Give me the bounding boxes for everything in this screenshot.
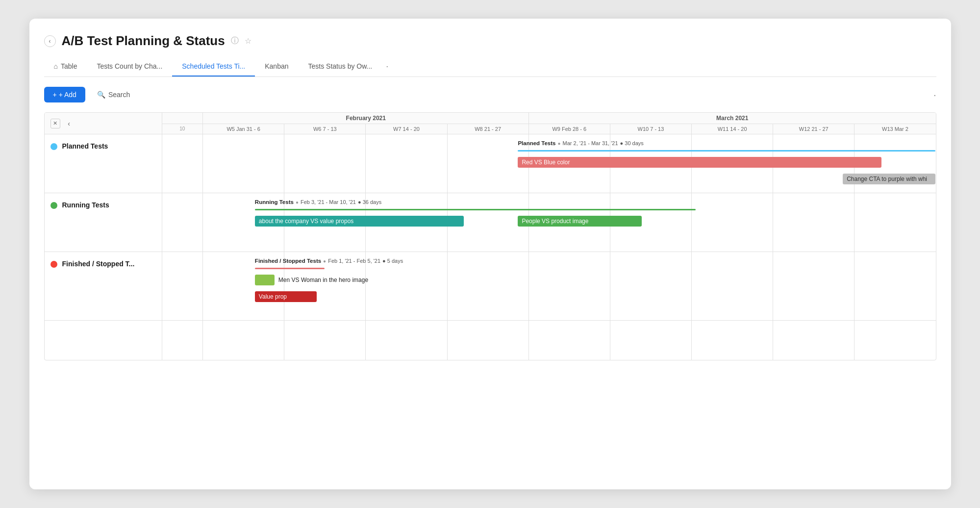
app-container: ‹ A/B Test Planning & Status ⓘ ☆ ⌂ Table…	[29, 19, 951, 489]
row-timeline-finished: Finished / Stopped Tests ● Feb 1, '21 - …	[162, 252, 936, 320]
tab-scheduled[interactable]: Scheduled Tests Ti...	[172, 56, 255, 76]
bar-area-running: Running Tests ● Feb 3, '21 - Mar 10, '21…	[162, 193, 936, 252]
chevron-left-button[interactable]: ‹	[64, 119, 74, 128]
bar-value-prop[interactable]: Value prop	[255, 291, 317, 302]
tab-tests-count[interactable]: Tests Count by Cha...	[87, 56, 172, 76]
tab-tests-status[interactable]: Tests Status by Ow...	[299, 56, 382, 76]
week-w6: W6 7 - 13	[284, 124, 366, 134]
page-title: A/B Test Planning & Status	[62, 33, 225, 49]
week-w5: W5 Jan 31 - 6	[203, 124, 284, 134]
week-w12: W12 21 - 27	[773, 124, 854, 134]
month-row: February 2021 March 2021	[162, 113, 936, 124]
week-pre: 10	[162, 124, 203, 134]
bar-line-running	[255, 209, 696, 210]
gantt-row-empty	[45, 321, 936, 360]
bar-change-cta[interactable]: Change CTA to purple with whi	[843, 174, 935, 184]
row-label-text-planned: Planned Tests	[62, 142, 108, 150]
bar-about-company[interactable]: about the company VS value propos	[255, 216, 464, 227]
row-timeline-running: Running Tests ● Feb 3, '21 - Mar 10, '21…	[162, 193, 936, 252]
week-w9: W9 Feb 28 - 6	[529, 124, 610, 134]
group-label-finished: Finished / Stopped Tests ● Feb 1, '21 - …	[255, 258, 403, 264]
plus-icon: +	[53, 91, 57, 99]
status-dot-finished	[50, 261, 57, 268]
week-w8: W8 21 - 27	[448, 124, 529, 134]
gantt-label-header: ✕ ‹	[45, 113, 162, 134]
row-label-finished: Finished / Stopped T...	[45, 252, 162, 320]
row-label-empty	[45, 321, 162, 360]
toolbar: + + Add 🔍 Search ·	[44, 87, 936, 102]
close-x-button[interactable]: ✕	[50, 119, 60, 128]
week-w13: W13 Mar 2	[854, 124, 935, 134]
bar-line-planned	[518, 150, 935, 152]
week-w11: W11 14 - 20	[692, 124, 773, 134]
month-mar: March 2021	[529, 113, 935, 124]
status-dot-running	[50, 202, 57, 209]
month-feb: February 2021	[203, 113, 529, 124]
group-label-planned: Planned Tests ● Mar 2, '21 - Mar 31, '21…	[518, 140, 643, 146]
header: ‹ A/B Test Planning & Status ⓘ ☆	[44, 33, 936, 49]
gantt-timeline-header: February 2021 March 2021 10 W5 Jan 31 - …	[162, 113, 936, 134]
bar-line-finished	[255, 268, 325, 269]
search-icon: 🔍	[97, 91, 105, 99]
row-timeline-planned: Planned Tests ● Mar 2, '21 - Mar 31, '21…	[162, 134, 936, 193]
bar-men-vs-woman-text: Men VS Woman in the hero image	[278, 277, 368, 283]
add-button[interactable]: + + Add	[44, 87, 85, 102]
row-label-planned: Planned Tests	[45, 134, 162, 193]
bar-red-vs-blue[interactable]: Red VS Blue color	[518, 157, 881, 168]
gantt-chart: ✕ ‹ February 2021 March 2021 10 W5 Jan 3…	[44, 112, 936, 360]
week-row: 10 W5 Jan 31 - 6 W6 7 - 13 W7 14 - 20 W8…	[162, 124, 936, 134]
row-label-text-finished: Finished / Stopped T...	[62, 260, 135, 268]
week-w10: W10 7 - 13	[610, 124, 692, 134]
group-label-running: Running Tests ● Feb 3, '21 - Mar 10, '21…	[255, 199, 381, 205]
tab-table[interactable]: ⌂ Table	[44, 56, 87, 76]
gantt-row-running: Running Tests R	[45, 193, 936, 252]
row-label-text-running: Running Tests	[62, 201, 109, 209]
star-icon[interactable]: ☆	[245, 36, 251, 46]
gantt-row-planned: Planned Tests P	[45, 134, 936, 193]
pre-month-cell	[162, 113, 203, 124]
row-label-running: Running Tests	[45, 193, 162, 252]
home-icon: ⌂	[54, 62, 58, 70]
info-icon[interactable]: ⓘ	[231, 36, 239, 46]
timeline-grid-empty	[162, 321, 936, 360]
nav-tabs: ⌂ Table Tests Count by Cha... Scheduled …	[44, 56, 936, 77]
gantt-row-finished: Finished / Stopped T...	[45, 252, 936, 321]
bar-men-vs-woman-swatch[interactable]	[255, 275, 275, 285]
tab-kanban[interactable]: Kanban	[255, 56, 298, 76]
bar-people-vs-product[interactable]: People VS product image	[518, 216, 641, 227]
bar-area-finished: Finished / Stopped Tests ● Feb 1, '21 - …	[162, 252, 936, 320]
more-options[interactable]: ·	[933, 89, 936, 101]
tab-more[interactable]: ·	[382, 56, 392, 76]
bar-men-vs-woman-row: Men VS Woman in the hero image	[255, 275, 368, 285]
gantt-header: ✕ ‹ February 2021 March 2021 10 W5 Jan 3…	[45, 113, 936, 134]
collapse-button[interactable]: ‹	[44, 35, 56, 47]
bar-area-planned: Planned Tests ● Mar 2, '21 - Mar 31, '21…	[162, 134, 936, 193]
row-timeline-empty	[162, 321, 936, 360]
status-dot-planned	[50, 143, 57, 150]
week-w7: W7 14 - 20	[366, 124, 447, 134]
search-button[interactable]: 🔍 Search	[91, 87, 136, 102]
